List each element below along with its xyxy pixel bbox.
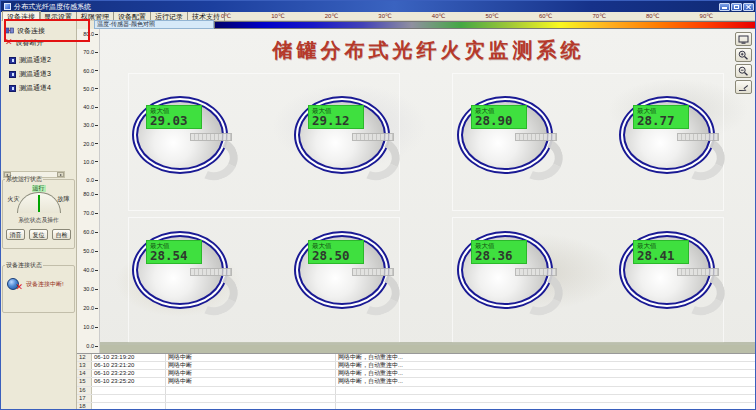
maximize-icon <box>734 5 739 9</box>
fit-view-icon <box>738 35 749 44</box>
max-value-display: 最大值29.03 <box>146 105 202 129</box>
gauge-needle-icon <box>38 195 40 212</box>
log-timestamp: 06-10 23:25:20 <box>92 378 166 385</box>
temperature-axis-strip: 80.070.060.050.040.030.020.010.00.0 80.0… <box>77 29 99 353</box>
mute-button[interactable]: 消音 <box>6 229 25 240</box>
axis-tick-value: 70.0 <box>83 210 94 216</box>
device-connect-item[interactable]: 设备连接 <box>5 25 45 36</box>
zoom-out-button[interactable] <box>735 64 752 78</box>
log-row[interactable]: 1306-10 23:21:20网络中断网络中断，自动重连中... <box>77 362 756 370</box>
tree-item-channel-4[interactable]: 测温通道4 <box>9 83 51 93</box>
log-detail: 网络中断，自动重连中... <box>336 362 756 369</box>
self-test-button[interactable]: 自检 <box>52 229 71 240</box>
axis-tick-value: 30.0 <box>83 286 94 292</box>
log-row[interactable]: 18 <box>77 403 756 410</box>
tank-gauge: 最大值29.03 <box>132 96 228 174</box>
gauge-run-label: 运行 <box>32 185 46 192</box>
channel-bullet-icon <box>9 85 16 92</box>
axis-tick-value: 50.0 <box>83 86 94 92</box>
log-timestamp <box>92 387 166 394</box>
pan-button[interactable] <box>735 80 752 94</box>
log-event <box>166 387 336 394</box>
close-button[interactable] <box>743 3 754 11</box>
axis-tick-label: 30.0 <box>83 286 98 292</box>
tank-walkway <box>190 133 232 141</box>
axis-tick-label: 30.0 <box>83 122 98 128</box>
tree-item-label: 测温通道4 <box>19 83 51 93</box>
axis-tick-value: 50.0 <box>83 248 94 254</box>
max-value-display: 最大值28.41 <box>633 240 689 264</box>
axis-tick-mark <box>95 213 98 214</box>
axis-tick-label: 10.0 <box>83 324 98 330</box>
log-detail: 网络中断，自动重连中... <box>336 378 756 385</box>
axis-tick-label: 40.0 <box>83 267 98 273</box>
log-detail: 网络中断，自动重连中... <box>336 370 756 377</box>
log-row-number: 14 <box>77 370 92 377</box>
log-row-number: 17 <box>77 395 92 402</box>
axis-tick-mark <box>95 52 98 53</box>
log-row[interactable]: 1206-10 23:19:20网络中断网络中断，自动重连中... <box>77 354 756 362</box>
max-value-display: 最大值29.12 <box>308 105 364 129</box>
tank-walkway <box>352 133 394 141</box>
tank-gauge: 最大值28.41 <box>619 231 715 309</box>
gauge-fault-label: 故障 <box>58 195 70 204</box>
colorbar-tick: 80℃ <box>646 12 659 21</box>
status-button-row: 消音复位自检 <box>3 229 74 240</box>
tank-gauge: 最大值28.36 <box>457 231 553 309</box>
device-disconnect-item[interactable]: ✕ 设备断开 <box>5 37 44 48</box>
device-disconnect-label: 设备断开 <box>16 38 44 48</box>
globe-error-x-icon: ✕ <box>15 283 23 292</box>
axis-tick-label: 40.0 <box>83 104 98 110</box>
log-timestamp: 06-10 23:23:20 <box>92 370 166 377</box>
max-value-number: 28.77 <box>637 114 685 127</box>
log-row[interactable]: 17 <box>77 395 756 403</box>
log-detail: 网络中断，自动重连中... <box>336 354 756 361</box>
system-status-group: 系统运行状态 运行 火灾 故障 系统状态及操作 消音复位自检 <box>2 175 75 249</box>
minimize-button[interactable] <box>719 3 730 11</box>
axis-tick-label: 10.0 <box>83 159 98 165</box>
log-timestamp: 06-10 23:21:20 <box>92 362 166 369</box>
axis-tick-value: 10.0 <box>83 324 94 330</box>
colorbar-tick: 10℃ <box>271 12 284 21</box>
window-controls <box>719 3 754 11</box>
axis-tick-mark <box>95 308 98 309</box>
network-globe-icon: ✕ <box>7 278 22 291</box>
axis-tick-label: 60.0 <box>83 68 98 74</box>
log-detail <box>336 395 756 402</box>
log-row[interactable]: 1406-10 23:23:20网络中断网络中断，自动重连中... <box>77 370 756 378</box>
tree-item-channel-3[interactable]: 测温通道3 <box>9 69 51 79</box>
max-value-number: 28.36 <box>475 249 523 262</box>
max-value-number: 28.54 <box>150 249 198 262</box>
tank-walkway <box>677 268 719 276</box>
log-row[interactable]: 16 <box>77 387 756 395</box>
tree-item-channel-2[interactable]: 测温通道2 <box>9 55 51 65</box>
log-detail <box>336 403 756 410</box>
fit-view-button[interactable] <box>735 32 752 46</box>
log-timestamp <box>92 395 166 402</box>
menu-item-1[interactable]: 显示设置 <box>40 12 77 21</box>
tank-walkway <box>515 133 557 141</box>
colorbar-tick: 70℃ <box>592 12 605 21</box>
axis-tick-label: 0.0 <box>86 343 98 349</box>
maximize-button[interactable] <box>731 3 742 11</box>
axis-tick-mark <box>95 289 98 290</box>
zoom-in-button[interactable] <box>735 48 752 62</box>
axis-tick-value: 40.0 <box>83 104 94 110</box>
max-value-display: 最大值28.77 <box>633 105 689 129</box>
reset-button[interactable]: 复位 <box>29 229 48 240</box>
close-icon <box>746 4 752 10</box>
system-title: 储罐分布式光纤火灾监测系统 <box>100 37 756 64</box>
colorbar-tick: 60℃ <box>539 12 552 21</box>
titlebar: 分布式光纤温度传感系统 <box>1 1 756 12</box>
log-row-number: 13 <box>77 362 92 369</box>
menu-item-0[interactable]: 设备连接 <box>3 12 40 21</box>
colorbar-tick: 90℃ <box>700 12 713 21</box>
axis-tick-label: 20.0 <box>83 141 98 147</box>
axis-tick-mark <box>95 70 98 71</box>
axis-tick-value: 10.0 <box>83 159 94 165</box>
axis-tick-mark <box>95 143 98 144</box>
app-icon <box>4 3 11 10</box>
app-window: 分布式光纤温度传感系统 设备连接显示设置权限管理设备配置运行记录技术支持 0℃1… <box>0 0 756 410</box>
axis-tick-mark <box>95 327 98 328</box>
log-row[interactable]: 1506-10 23:25:20网络中断网络中断，自动重连中... <box>77 378 756 386</box>
